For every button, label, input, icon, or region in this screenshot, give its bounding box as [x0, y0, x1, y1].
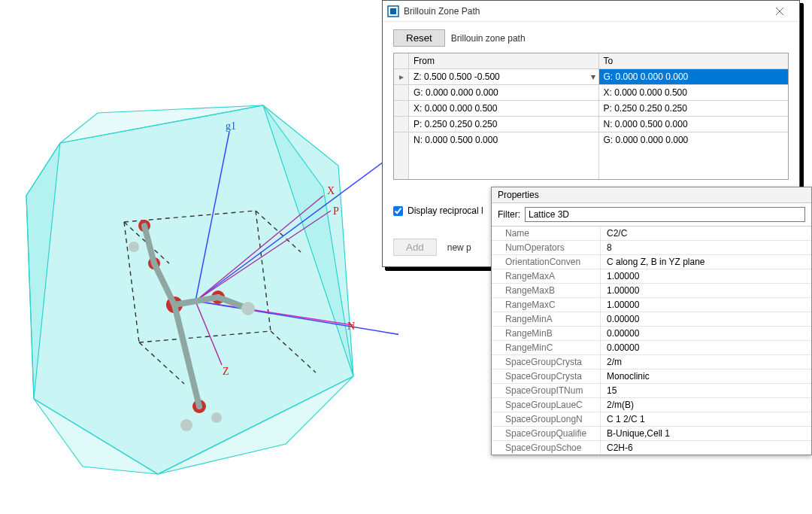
property-key: RangeMaxA	[492, 269, 601, 283]
table-row[interactable]: ▸Z: 0.500 0.500 -0.500▾G: 0.000 0.000 0.…	[394, 69, 788, 85]
dialog-titlebar[interactable]: Brillouin Zone Path	[383, 1, 799, 22]
cell-from[interactable]: X: 0.000 0.000 0.500	[409, 101, 599, 116]
property-key: OrientationConven	[492, 255, 601, 269]
row-indicator	[394, 85, 409, 100]
row-indicator: ▸	[394, 69, 409, 84]
property-key: SpaceGroupLongN	[492, 412, 601, 426]
cell-to[interactable]: P: 0.250 0.250 0.250	[599, 101, 789, 116]
property-row[interactable]: OrientationConvenC along Z, B in YZ plan…	[492, 255, 811, 269]
property-value[interactable]: C2/C	[601, 227, 811, 240]
property-key: SpaceGroupSchoe	[492, 441, 601, 455]
brillouin-zone-3d-viewport[interactable]: g1 g2 N X P Z	[0, 0, 398, 514]
property-row[interactable]: NameC2/C	[492, 227, 811, 241]
cell-to[interactable]: X: 0.000 0.000 0.500	[599, 85, 789, 100]
property-row[interactable]: RangeMinC0.00000	[492, 341, 811, 355]
property-value[interactable]: 2/m(B)	[601, 398, 811, 412]
add-button[interactable]: Add	[393, 239, 437, 256]
row-indicator	[394, 117, 409, 132]
property-row[interactable]: NumOperators8	[492, 241, 811, 255]
property-key: Name	[492, 227, 601, 240]
col-to-header[interactable]: To	[599, 53, 789, 68]
property-value[interactable]: C2H-6	[601, 441, 811, 455]
reset-button[interactable]: Reset	[393, 29, 445, 47]
property-row[interactable]: RangeMaxB1.00000	[492, 284, 811, 298]
table-row[interactable]: N: 0.000 0.500 0.000G: 0.000 0.000 0.000	[394, 132, 788, 148]
property-row[interactable]: SpaceGroupCrysta2/m	[492, 355, 811, 370]
property-value[interactable]: C 1 2/C 1	[601, 412, 811, 426]
cell-from[interactable]: G: 0.000 0.000 0.000	[409, 85, 599, 100]
property-value[interactable]: 8	[601, 241, 811, 254]
cell-to[interactable]: G: 0.000 0.000 0.000	[599, 132, 789, 148]
property-value[interactable]: B-Unique,Cell 1	[601, 427, 811, 440]
property-key: RangeMinA	[492, 312, 601, 326]
property-value[interactable]: 2/m	[601, 355, 811, 369]
svg-point-24	[129, 242, 139, 252]
property-key: RangeMaxC	[492, 298, 601, 312]
property-row[interactable]: RangeMinB0.00000	[492, 327, 811, 341]
property-key: SpaceGroupLaueC	[492, 398, 601, 412]
svg-point-25	[180, 419, 192, 431]
filter-label: Filter:	[498, 209, 520, 220]
svg-point-23	[241, 302, 255, 315]
property-value[interactable]: 1.00000	[601, 284, 811, 297]
property-key: RangeMinC	[492, 341, 601, 354]
property-value[interactable]: 1.00000	[601, 298, 811, 312]
svg-point-26	[211, 412, 222, 423]
display-reciprocal-label[interactable]: Display reciprocal l	[408, 205, 483, 216]
property-row[interactable]: SpaceGroupSchoeC2H-6	[492, 441, 811, 455]
properties-title: Properties	[492, 187, 811, 203]
property-row[interactable]: RangeMaxA1.00000	[492, 269, 811, 284]
property-row[interactable]: SpaceGroupQualifieB-Unique,Cell 1	[492, 427, 811, 441]
property-value[interactable]: C along Z, B in YZ plane	[601, 255, 811, 269]
app-icon	[387, 5, 399, 17]
label-P: P	[333, 205, 339, 217]
property-key: SpaceGroupCrysta	[492, 355, 601, 369]
cell-from[interactable]: Z: 0.500 0.500 -0.500▾	[409, 69, 599, 84]
label-X: X	[327, 185, 335, 196]
property-row[interactable]: SpaceGroupLongNC 1 2/C 1	[492, 412, 811, 427]
property-value[interactable]: 1.00000	[601, 269, 811, 283]
property-value[interactable]: Monoclinic	[601, 370, 811, 383]
label-g1: g1	[226, 120, 236, 132]
property-key: RangeMinB	[492, 327, 601, 340]
property-key: RangeMaxB	[492, 284, 601, 297]
property-value[interactable]: 0.00000	[601, 312, 811, 326]
row-indicator	[394, 101, 409, 116]
property-value[interactable]: 15	[601, 384, 811, 397]
cell-to[interactable]: N: 0.000 0.500 0.000	[599, 117, 789, 132]
property-row[interactable]: SpaceGroupLaueC2/m(B)	[492, 398, 811, 412]
property-key: SpaceGroupCrysta	[492, 370, 601, 383]
table-row[interactable]: G: 0.000 0.000 0.000X: 0.000 0.000 0.500	[394, 85, 788, 101]
property-row[interactable]: SpaceGroupCrystaMonoclinic	[492, 370, 811, 384]
display-reciprocal-checkbox[interactable]	[393, 206, 403, 216]
filter-input[interactable]	[525, 207, 805, 222]
label-N: N	[347, 321, 355, 332]
svg-rect-28	[390, 8, 396, 14]
row-indicator	[394, 132, 409, 148]
properties-panel: Properties Filter: NameC2/CNumOperators8…	[491, 187, 812, 455]
dialog-title: Brillouin Zone Path	[404, 6, 765, 17]
property-key: SpaceGroupQualifie	[492, 427, 601, 440]
properties-grid[interactable]: NameC2/CNumOperators8OrientationConvenC …	[492, 227, 811, 455]
cell-from[interactable]: N: 0.000 0.500 0.000	[409, 132, 599, 148]
property-key: NumOperators	[492, 241, 601, 254]
property-value[interactable]: 0.00000	[601, 341, 811, 354]
cell-from[interactable]: P: 0.250 0.250 0.250	[409, 117, 599, 132]
table-row[interactable]: P: 0.250 0.250 0.250N: 0.000 0.500 0.000	[394, 117, 788, 132]
property-key: SpaceGroupITNum	[492, 384, 601, 397]
new-path-label: new p	[447, 242, 471, 253]
property-row[interactable]: RangeMinA0.00000	[492, 312, 811, 327]
property-value[interactable]: 0.00000	[601, 327, 811, 340]
close-icon[interactable]	[765, 1, 795, 21]
col-indicator	[394, 53, 409, 68]
property-row[interactable]: SpaceGroupITNum15	[492, 384, 811, 398]
col-from-header[interactable]: From	[409, 53, 599, 68]
chevron-down-icon[interactable]: ▾	[591, 71, 595, 82]
table-row[interactable]: X: 0.000 0.000 0.500P: 0.250 0.250 0.250	[394, 101, 788, 117]
cell-to[interactable]: G: 0.000 0.000 0.000	[599, 69, 789, 84]
property-row[interactable]: RangeMaxC1.00000	[492, 298, 811, 312]
label-Z: Z	[223, 366, 229, 377]
path-grid[interactable]: From To ▸Z: 0.500 0.500 -0.500▾G: 0.000 …	[393, 53, 789, 180]
path-label: Brillouin zone path	[451, 33, 526, 44]
